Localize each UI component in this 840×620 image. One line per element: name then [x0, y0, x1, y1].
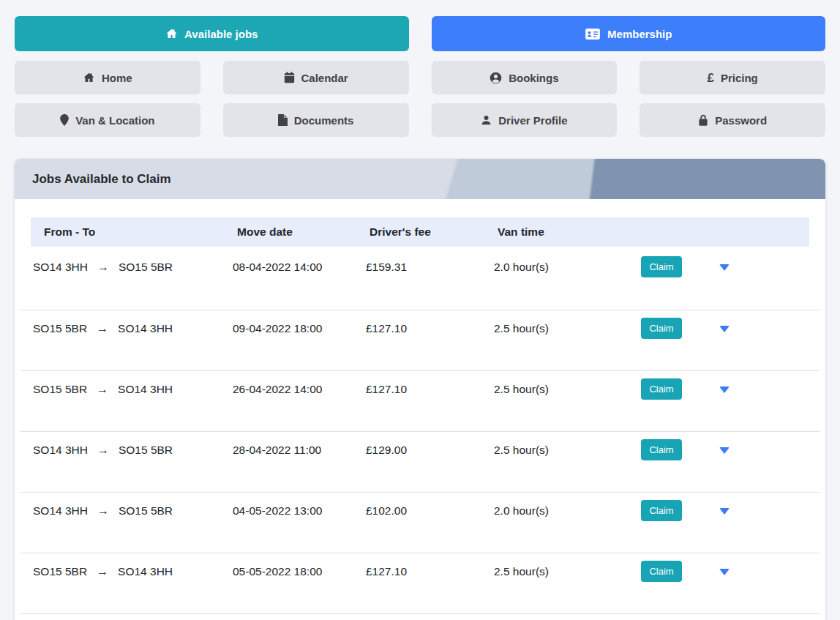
claim-button[interactable]: Claim: [641, 378, 682, 400]
route-cell: SO14 3HH → SO15 5BR: [33, 258, 233, 276]
chevron-down-icon[interactable]: [719, 326, 730, 332]
claim-cell: Claim: [641, 381, 719, 400]
from-postcode: SO14 3HH: [33, 441, 88, 459]
table-header-row: From - To Move date Driver's fee Van tim…: [31, 217, 809, 247]
claim-cell: Claim: [641, 258, 719, 277]
available-jobs-button[interactable]: Available jobs: [15, 16, 409, 51]
van-location-label: Van & Location: [75, 114, 154, 127]
claim-button[interactable]: Claim: [641, 561, 682, 582]
home-icon: [165, 28, 178, 40]
from-postcode: SO15 5BR: [33, 563, 87, 580]
home-icon: [83, 72, 95, 83]
home-label: Home: [102, 72, 132, 84]
claim-button[interactable]: Claim: [641, 500, 682, 521]
driver-profile-button[interactable]: Driver Profile: [432, 103, 618, 137]
calendar-label: Calendar: [301, 72, 348, 84]
arrow-right-icon: →: [97, 258, 109, 276]
jobs-card-body: From - To Move date Driver's fee Van tim…: [15, 199, 825, 614]
table-row: SO14 3HH → SO15 5BR 08-04-2022 14:00 £15…: [20, 247, 820, 310]
drivers-fee-cell: £129.00: [366, 441, 494, 459]
column-header-move-date: Move date: [237, 223, 370, 241]
to-postcode: SO14 3HH: [118, 320, 173, 337]
arrow-right-icon: →: [97, 563, 108, 580]
to-postcode: SO14 3HH: [118, 381, 173, 398]
claim-button[interactable]: Claim: [641, 256, 682, 277]
password-label: Password: [715, 114, 767, 127]
jobs-available-card: Jobs Available to Claim From - To Move d…: [15, 159, 825, 620]
row-actions-cell: [719, 381, 820, 393]
van-time-cell: 2.5 hour(s): [494, 381, 641, 398]
nav-button-grid: Available jobs Membership Home Calendar …: [15, 16, 825, 137]
move-date-cell: 26-04-2022 14:00: [233, 381, 366, 398]
chevron-down-icon[interactable]: [719, 386, 730, 393]
arrow-right-icon: →: [97, 441, 109, 459]
arrow-right-icon: →: [97, 381, 108, 398]
move-date-cell: 09-04-2022 18:00: [233, 320, 366, 337]
lock-icon: [698, 114, 708, 126]
to-postcode: SO15 5BR: [119, 502, 173, 520]
van-time-cell: 2.5 hour(s): [494, 320, 641, 337]
claim-button[interactable]: Claim: [641, 439, 682, 460]
pricing-label: Pricing: [721, 72, 758, 84]
chevron-down-icon[interactable]: [719, 569, 730, 575]
from-postcode: SO14 3HH: [33, 258, 88, 276]
membership-label: Membership: [607, 28, 672, 40]
id-card-icon: [585, 28, 601, 40]
claim-cell: Claim: [641, 320, 719, 339]
drivers-fee-cell: £102.00: [366, 502, 494, 520]
table-row: SO15 5BR → SO14 3HH 09-04-2022 18:00 £12…: [20, 310, 820, 371]
jobs-card-title: Jobs Available to Claim: [32, 172, 171, 187]
move-date-cell: 05-05-2022 18:00: [233, 563, 366, 580]
table-row: SO14 3HH → SO15 5BR 28-04-2022 11:00 £12…: [20, 432, 820, 493]
bookings-button[interactable]: Bookings: [432, 61, 618, 94]
pricing-button[interactable]: £ Pricing: [640, 61, 825, 94]
user-circle-icon: [490, 72, 502, 84]
drivers-fee-cell: £159.31: [366, 258, 494, 276]
from-postcode: SO14 3HH: [33, 502, 88, 520]
claim-button[interactable]: Claim: [641, 318, 682, 339]
drivers-fee-cell: £127.10: [366, 320, 494, 337]
van-time-cell: 2.5 hour(s): [494, 441, 641, 459]
table-row: SO15 5BR → SO14 3HH 26-04-2022 14:00 £12…: [20, 371, 820, 432]
row-actions-cell: [719, 563, 820, 575]
jobs-card-header: Jobs Available to Claim: [15, 159, 825, 199]
calendar-button[interactable]: Calendar: [223, 61, 409, 94]
document-icon: [278, 114, 288, 126]
van-location-button[interactable]: Van & Location: [15, 103, 200, 137]
available-jobs-label: Available jobs: [184, 28, 258, 40]
claim-cell: Claim: [641, 502, 719, 521]
route-cell: SO15 5BR → SO14 3HH: [33, 563, 233, 580]
pound-icon: £: [707, 72, 713, 84]
bookings-label: Bookings: [509, 72, 558, 84]
driver-profile-label: Driver Profile: [498, 114, 567, 127]
password-button[interactable]: Password: [640, 103, 825, 137]
row-actions-cell: [719, 258, 820, 271]
table-row: SO14 3HH → SO15 5BR 04-05-2022 13:00 £10…: [20, 493, 820, 553]
column-header-drivers-fee: Driver's fee: [370, 223, 498, 241]
home-button[interactable]: Home: [15, 61, 200, 94]
drivers-fee-cell: £127.10: [366, 381, 494, 398]
chevron-down-icon[interactable]: [719, 264, 730, 271]
move-date-cell: 08-04-2022 14:00: [233, 258, 366, 276]
move-date-cell: 04-05-2022 13:00: [233, 502, 366, 520]
arrow-right-icon: →: [97, 320, 108, 337]
claim-cell: Claim: [641, 563, 719, 582]
van-time-cell: 2.5 hour(s): [494, 563, 641, 580]
arrow-right-icon: →: [97, 502, 109, 520]
route-cell: SO14 3HH → SO15 5BR: [33, 441, 233, 459]
membership-button[interactable]: Membership: [432, 16, 826, 51]
van-time-cell: 2.0 hour(s): [494, 258, 641, 276]
to-postcode: SO14 3HH: [118, 563, 173, 580]
chevron-down-icon[interactable]: [719, 508, 730, 515]
route-cell: SO15 5BR → SO14 3HH: [33, 381, 233, 398]
from-postcode: SO15 5BR: [33, 381, 87, 398]
chevron-down-icon[interactable]: [719, 447, 730, 454]
drivers-fee-cell: £127.10: [366, 563, 494, 580]
user-icon: [481, 114, 492, 126]
van-time-cell: 2.0 hour(s): [494, 502, 641, 520]
documents-button[interactable]: Documents: [223, 103, 409, 137]
row-actions-cell: [719, 320, 820, 332]
to-postcode: SO15 5BR: [119, 258, 173, 276]
row-actions-cell: [719, 441, 820, 454]
documents-label: Documents: [294, 114, 354, 127]
